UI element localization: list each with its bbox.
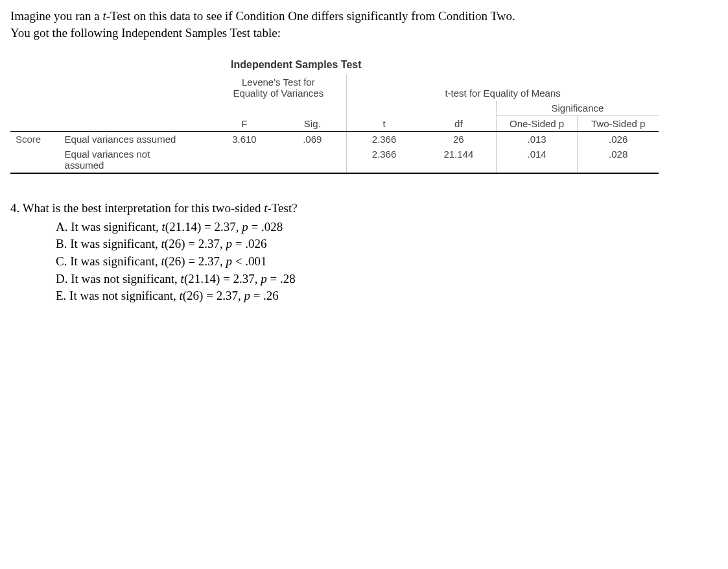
row1-df: 26: [421, 132, 496, 147]
row2-label-a: Equal variances not: [65, 149, 150, 160]
option-E: E. It was not significant, t(26) = 2.37,…: [56, 287, 718, 305]
samples-table: Levene's Test for Equality of Variances …: [10, 75, 659, 174]
var-label: Score: [10, 132, 60, 147]
row2-two: .028: [578, 147, 659, 173]
question-stem-a: What is the best interpretation for this…: [19, 201, 264, 215]
row2-t: 2.366: [347, 147, 421, 173]
option-A: A. It was significant, t(21.14) = 2.37, …: [56, 219, 718, 236]
spss-table-container: Independent Samples Test Levene's Test f…: [10, 59, 718, 174]
col-Sig: Sig.: [278, 116, 346, 132]
row2-F: [210, 147, 278, 173]
row1-F: 3.610: [210, 132, 278, 147]
question-number: 4.: [10, 201, 19, 215]
intro-line2: You got the following Independent Sample…: [10, 26, 281, 40]
col-t: t: [347, 116, 421, 132]
row1-t: 2.366: [347, 132, 421, 147]
sig-group-label: Significance: [496, 101, 659, 116]
row1-one: .013: [496, 132, 578, 147]
levene-label-1: Levene's Test for: [242, 77, 315, 88]
intro-line1-a: Imagine you ran a: [10, 9, 102, 23]
intro-text: Imagine you ran a t-Test on this data to…: [10, 8, 718, 41]
levene-label-2: Equality of Variances: [233, 88, 323, 99]
option-D: D. It was not significant, t(21.14) = 2.…: [56, 271, 718, 288]
col-df: df: [421, 116, 496, 132]
options-list: A. It was significant, t(21.14) = 2.37, …: [56, 219, 718, 305]
row1-label: Equal variances assumed: [60, 132, 211, 147]
row1-Sig: .069: [278, 132, 346, 147]
option-B: B. It was significant, t(26) = 2.37, p =…: [56, 236, 718, 253]
row2-label-b: assumed: [65, 160, 104, 171]
ttest-label: t-test for Equality of Means: [347, 75, 659, 101]
row2-one: .014: [496, 147, 578, 173]
row2-df: 21.144: [421, 147, 496, 173]
row2-Sig: [278, 147, 346, 173]
option-C: C. It was significant, t(26) = 2.37, p <…: [56, 253, 718, 271]
table-row: Score Equal variances assumed 3.610 .069…: [10, 132, 659, 147]
question-stem-c: -Test?: [267, 201, 297, 215]
table-row: Equal variances not assumed 2.366 21.144…: [10, 147, 659, 173]
intro-line1-c: -Test on this data to see if Condition O…: [106, 9, 515, 23]
col-one: One-Sided p: [496, 116, 578, 132]
table-title: Independent Samples Test: [231, 59, 718, 71]
col-two: Two-Sided p: [578, 116, 659, 132]
col-F: F: [210, 116, 278, 132]
row1-two: .026: [578, 132, 659, 147]
question-block: 4. What is the best interpretation for t…: [10, 200, 718, 305]
